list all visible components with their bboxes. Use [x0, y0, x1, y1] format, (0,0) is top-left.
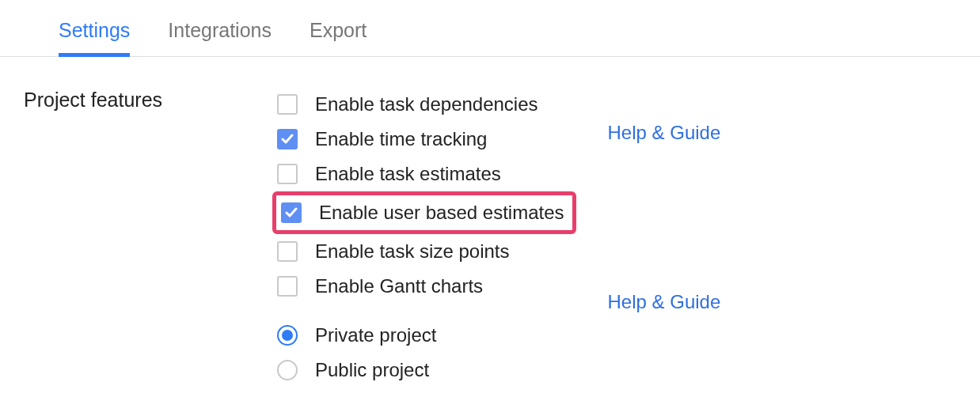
- feature-row-gantt: Enable Gantt charts: [277, 269, 576, 304]
- feature-row-dependencies: Enable task dependencies: [277, 87, 576, 122]
- checkbox-dependencies[interactable]: [277, 94, 298, 115]
- checkbox-user-estimates[interactable]: [281, 202, 302, 223]
- tabs-bar: Settings Integrations Export: [0, 0, 980, 57]
- project-features-options: Enable task dependencies Enable time tra…: [277, 87, 576, 388]
- checkbox-task-estimates[interactable]: [277, 164, 298, 184]
- radio-public[interactable]: [277, 360, 298, 380]
- tab-settings[interactable]: Settings: [59, 19, 130, 57]
- tab-export[interactable]: Export: [310, 19, 367, 57]
- help-column: Help & Guide Help & Guide: [576, 87, 721, 388]
- section-title: Project features: [24, 87, 277, 388]
- label-dependencies: Enable task dependencies: [315, 93, 538, 115]
- label-public: Public project: [315, 359, 429, 381]
- label-gantt: Enable Gantt charts: [315, 275, 483, 297]
- visibility-group: Private project Public project: [277, 318, 576, 388]
- checkbox-time-tracking[interactable]: [277, 129, 298, 149]
- label-size-points: Enable task size points: [315, 240, 509, 263]
- feature-row-time-tracking: Enable time tracking: [277, 122, 576, 157]
- label-private: Private project: [315, 324, 436, 346]
- feature-row-user-estimates: Enable user based estimates: [272, 191, 576, 234]
- checkbox-gantt[interactable]: [277, 276, 298, 297]
- visibility-row-private: Private project: [277, 318, 576, 353]
- content-area: Project features Enable task dependencie…: [0, 57, 980, 388]
- checkbox-size-points[interactable]: [277, 241, 298, 262]
- check-icon: [285, 206, 298, 219]
- visibility-row-public: Public project: [277, 353, 576, 388]
- label-user-estimates: Enable user based estimates: [319, 202, 564, 224]
- radio-private[interactable]: [277, 325, 298, 346]
- check-icon: [281, 133, 294, 146]
- help-link-dependencies[interactable]: Help & Guide: [608, 122, 721, 144]
- feature-row-task-estimates: Enable task estimates: [277, 157, 576, 191]
- label-task-estimates: Enable task estimates: [315, 163, 501, 185]
- label-time-tracking: Enable time tracking: [315, 128, 487, 150]
- feature-row-size-points: Enable task size points: [277, 234, 576, 269]
- tab-integrations[interactable]: Integrations: [168, 19, 272, 57]
- help-link-gantt[interactable]: Help & Guide: [608, 291, 721, 313]
